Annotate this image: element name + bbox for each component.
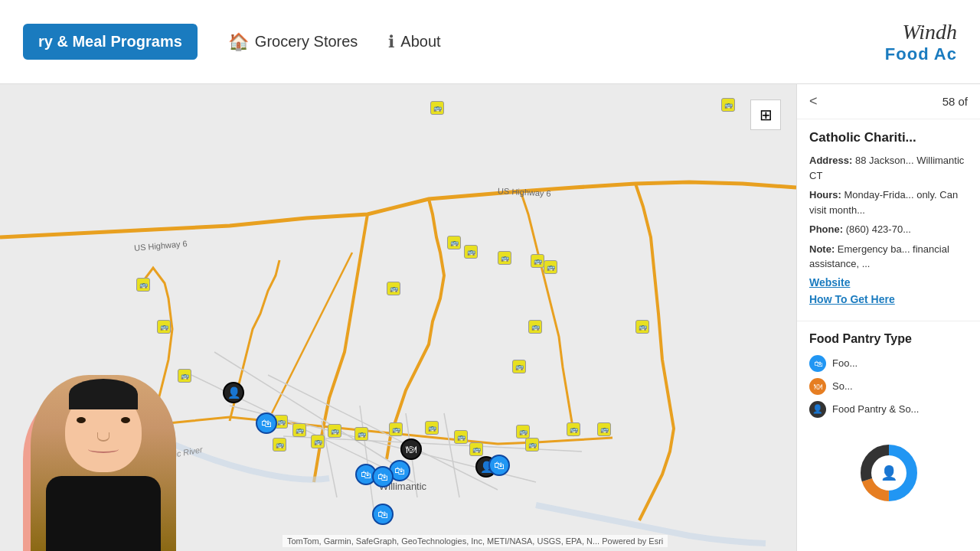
donut-svg: 👤: [858, 442, 920, 504]
header: ry & Meal Programs 🏠 Grocery Stores ℹ Ab…: [0, 0, 980, 84]
pantry-type-item: 🛍 Foo...: [809, 355, 968, 372]
location-marker-dark[interactable]: 👤: [223, 382, 244, 403]
bus-stop-marker[interactable]: 🚌: [136, 278, 150, 292]
location-marker-blue[interactable]: 🛍: [488, 455, 510, 476]
bus-stop-marker[interactable]: 🚌: [469, 442, 483, 456]
sidebar-counter: 58 of: [942, 95, 968, 108]
bus-stop-marker[interactable]: 🚌: [498, 251, 511, 265]
bus-stop-marker[interactable]: 🚌: [567, 422, 580, 436]
location-marker-blue[interactable]: 🛍: [372, 504, 394, 525]
pantry-label-combined: Food Pantry & So...: [832, 403, 919, 415]
bus-stop-marker[interactable]: 🚌: [157, 320, 171, 334]
pantry-label-soup: So...: [832, 380, 853, 392]
map-background: US Highway 6 US Highway 6 Willimantic Mi…: [0, 84, 796, 551]
bus-stop-marker[interactable]: 🚌: [387, 282, 400, 295]
bus-stop-marker[interactable]: 🚌: [531, 254, 544, 268]
pantry-type-item: 🍽 So...: [809, 378, 968, 395]
card-phone: Phone: (860) 423-70...: [809, 222, 968, 237]
bus-stop-marker[interactable]: 🚌: [635, 320, 649, 334]
svg-text:👤: 👤: [880, 465, 898, 481]
pantry-type-section: Food Pantry Type 🛍 Foo... 🍽 So... 👤 Food…: [797, 321, 980, 435]
bus-stop-marker[interactable]: 🚌: [516, 425, 530, 439]
nav-meal-programs[interactable]: ry & Meal Programs: [23, 24, 198, 60]
bus-stop-marker[interactable]: 🚌: [273, 438, 286, 452]
website-link[interactable]: Website: [809, 276, 968, 289]
sidebar: < 58 of Catholic Chariti... Address: 88 …: [796, 84, 980, 551]
bus-stop-marker[interactable]: 🚌: [389, 422, 403, 436]
bus-stop-marker[interactable]: 🚌: [354, 427, 368, 441]
bus-stop-marker[interactable]: 🚌: [178, 369, 191, 383]
bus-stop-marker[interactable]: 🚌: [311, 435, 325, 448]
pantry-type-title: Food Pantry Type: [809, 332, 968, 346]
map-area[interactable]: US Highway 6 US Highway 6 Willimantic Mi…: [0, 84, 796, 551]
header-brand-area: Windh Food Ac: [885, 20, 957, 64]
bus-stop-marker[interactable]: 🚌: [721, 98, 735, 112]
brand-name: Windh: [885, 20, 957, 44]
sidebar-nav: < 58 of: [797, 84, 980, 119]
bus-stop-marker[interactable]: 🚌: [525, 438, 539, 452]
nav-about[interactable]: ℹ About: [388, 32, 440, 52]
bus-stop-marker[interactable]: 🚌: [292, 423, 306, 437]
bus-stop-marker[interactable]: 🚌: [425, 421, 439, 435]
directions-link[interactable]: How To Get Here: [809, 293, 968, 305]
location-marker-blue[interactable]: 🛍: [256, 412, 277, 434]
pantry-label-food: Foo...: [832, 357, 858, 369]
pantry-type-item: 👤 Food Pantry & So...: [809, 401, 968, 418]
info-icon: ℹ: [388, 32, 394, 52]
card-address: Address: 88 Jackson... Willimantic CT: [809, 153, 968, 183]
map-qr-button[interactable]: ⊞: [750, 99, 781, 130]
bus-stop-marker[interactable]: 🚌: [454, 430, 468, 444]
map-attribution: TomTom, Garmin, SafeGraph, GeoTechnologi…: [283, 535, 668, 547]
brand-subtitle: Food Ac: [885, 44, 957, 64]
pantry-icon-food: 🛍: [809, 355, 826, 372]
card-note: Note: Emergency ba... financial assistan…: [809, 242, 968, 272]
sidebar-card: Catholic Chariti... Address: 88 Jackson.…: [797, 119, 980, 321]
home-icon: 🏠: [228, 32, 249, 52]
bus-stop-marker[interactable]: 🚌: [544, 260, 557, 274]
donut-chart: 👤: [858, 442, 920, 504]
card-title: Catholic Chariti...: [809, 130, 968, 145]
bus-stop-marker[interactable]: 🚌: [447, 236, 461, 249]
bus-stop-marker[interactable]: 🚌: [512, 360, 526, 373]
bus-stop-marker[interactable]: 🚌: [464, 245, 478, 259]
pantry-icon-soup: 🍽: [809, 378, 826, 395]
location-marker-meal[interactable]: 🍽: [400, 439, 422, 460]
sidebar-back-button[interactable]: <: [809, 93, 818, 109]
bus-stop-marker[interactable]: 🚌: [528, 320, 542, 334]
nav-grocery-stores[interactable]: 🏠 Grocery Stores: [228, 32, 358, 52]
pantry-icon-combined: 👤: [809, 401, 826, 418]
bus-stop-marker[interactable]: 🚌: [328, 424, 341, 438]
card-hours: Hours: Monday-Frida... only. Can visit m…: [809, 187, 968, 217]
bus-stop-marker[interactable]: 🚌: [597, 422, 611, 436]
location-marker-blue[interactable]: 🛍: [372, 466, 394, 487]
bus-stop-marker[interactable]: 🚌: [430, 101, 444, 115]
